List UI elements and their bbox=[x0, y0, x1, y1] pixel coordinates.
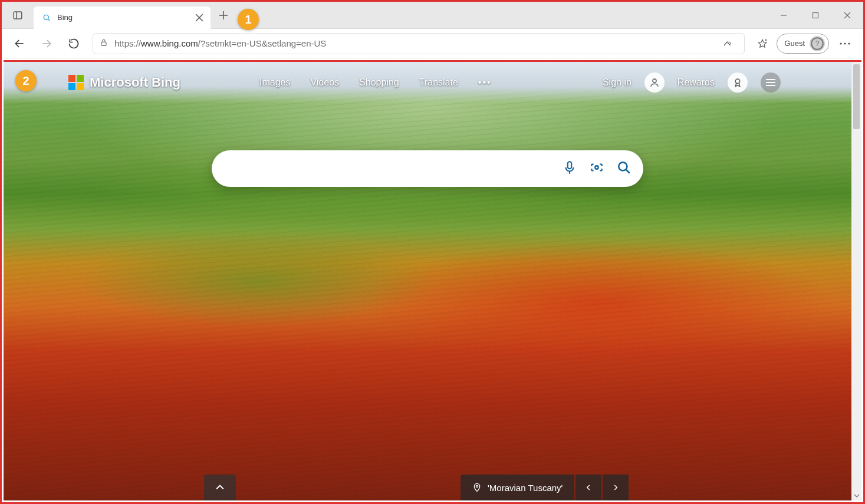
window-maximize-button[interactable] bbox=[800, 2, 831, 29]
scrollbar-thumb[interactable] bbox=[853, 64, 860, 129]
search-submit-icon[interactable] bbox=[616, 160, 632, 177]
search-input[interactable] bbox=[228, 163, 562, 175]
address-url: https://www.bing.com/?setmkt=en-US&setla… bbox=[114, 38, 711, 48]
svg-point-22 bbox=[848, 42, 850, 44]
svg-point-31 bbox=[619, 162, 627, 170]
svg-point-21 bbox=[844, 42, 846, 44]
tab-strip: Bing 1 bbox=[2, 2, 863, 29]
url-path: /?setmkt=en-US&setlang=en-US bbox=[198, 38, 327, 48]
tab-close-button[interactable] bbox=[195, 14, 203, 22]
bing-nav: Images Videos Shopping Translate ••• bbox=[259, 77, 492, 88]
image-location-text: 'Moravian Tuscany' bbox=[488, 483, 563, 493]
window-controls bbox=[768, 2, 863, 29]
image-info-bar: 'Moravian Tuscany' bbox=[461, 475, 629, 500]
scrollbar-down-arrow-icon[interactable] bbox=[851, 490, 861, 500]
url-host: www.bing.com bbox=[141, 38, 198, 48]
search-box[interactable] bbox=[212, 150, 643, 187]
nav-forward-button[interactable] bbox=[35, 32, 58, 55]
nav-shopping[interactable]: Shopping bbox=[359, 77, 399, 88]
microsoft-logo-icon bbox=[68, 75, 84, 90]
svg-point-23 bbox=[653, 79, 656, 83]
nav-more[interactable]: ••• bbox=[478, 77, 492, 88]
signin-link[interactable]: Sign in bbox=[603, 77, 632, 88]
page-viewport: 2 Microsoft Bing Images Videos Shopping … bbox=[4, 60, 861, 500]
nav-back-button[interactable] bbox=[8, 32, 31, 55]
image-next-button[interactable] bbox=[603, 475, 629, 500]
svg-point-30 bbox=[595, 166, 598, 169]
image-location-chip[interactable]: 'Moravian Tuscany' bbox=[461, 475, 574, 500]
signin-avatar-icon[interactable] bbox=[644, 73, 665, 93]
bing-logo[interactable]: Microsoft Bing bbox=[68, 75, 180, 90]
svg-line-3 bbox=[48, 19, 50, 21]
expand-feed-button[interactable] bbox=[204, 475, 236, 500]
url-scheme: https:// bbox=[114, 38, 141, 48]
settings-more-button[interactable] bbox=[833, 31, 857, 56]
site-info-lock-icon[interactable] bbox=[99, 38, 108, 50]
annotation-2: 2 bbox=[15, 70, 37, 91]
browser-tab[interactable]: Bing bbox=[34, 6, 211, 29]
annotation-1: 1 bbox=[238, 9, 259, 30]
profile-label: Guest bbox=[784, 39, 805, 48]
nav-videos[interactable]: Videos bbox=[310, 77, 339, 88]
hamburger-menu-button[interactable] bbox=[761, 73, 781, 93]
address-bar[interactable]: https://www.bing.com/?setmkt=en-US&setla… bbox=[93, 33, 745, 54]
background-image bbox=[4, 62, 851, 500]
svg-point-24 bbox=[735, 79, 740, 84]
tab-actions-button[interactable] bbox=[2, 10, 34, 21]
svg-rect-9 bbox=[813, 12, 818, 18]
image-prev-button[interactable] bbox=[575, 475, 601, 500]
nav-refresh-button[interactable] bbox=[62, 32, 85, 55]
voice-search-icon[interactable] bbox=[562, 160, 577, 177]
page-scrollbar[interactable] bbox=[851, 62, 861, 500]
bing-logo-text: Microsoft Bing bbox=[90, 75, 180, 90]
favorites-button[interactable] bbox=[752, 33, 773, 54]
svg-point-20 bbox=[840, 42, 841, 44]
profile-guest-pill[interactable]: Guest ? bbox=[777, 34, 829, 54]
rewards-medal-icon[interactable] bbox=[728, 73, 748, 93]
tab-title: Bing bbox=[57, 13, 189, 22]
bing-favicon-icon bbox=[42, 13, 51, 22]
svg-rect-0 bbox=[14, 12, 22, 19]
read-aloud-icon[interactable] bbox=[717, 33, 738, 54]
window-close-button[interactable] bbox=[831, 2, 863, 29]
svg-point-2 bbox=[44, 15, 48, 19]
svg-rect-28 bbox=[568, 162, 572, 169]
rewards-link[interactable]: Rewards bbox=[677, 77, 715, 88]
window-minimize-button[interactable] bbox=[768, 2, 800, 29]
image-search-icon[interactable] bbox=[589, 160, 604, 177]
svg-point-33 bbox=[476, 485, 478, 487]
svg-line-32 bbox=[626, 170, 630, 173]
browser-toolbar: https://www.bing.com/?setmkt=en-US&setla… bbox=[2, 29, 863, 58]
svg-rect-14 bbox=[101, 42, 106, 45]
nav-translate[interactable]: Translate bbox=[419, 77, 458, 88]
profile-avatar-icon: ? bbox=[810, 36, 825, 51]
nav-images[interactable]: Images bbox=[259, 77, 290, 88]
svg-text:?: ? bbox=[815, 39, 820, 48]
bing-header: Microsoft Bing Images Videos Shopping Tr… bbox=[68, 70, 781, 95]
svg-marker-15 bbox=[759, 39, 767, 47]
new-tab-button[interactable] bbox=[214, 6, 233, 25]
